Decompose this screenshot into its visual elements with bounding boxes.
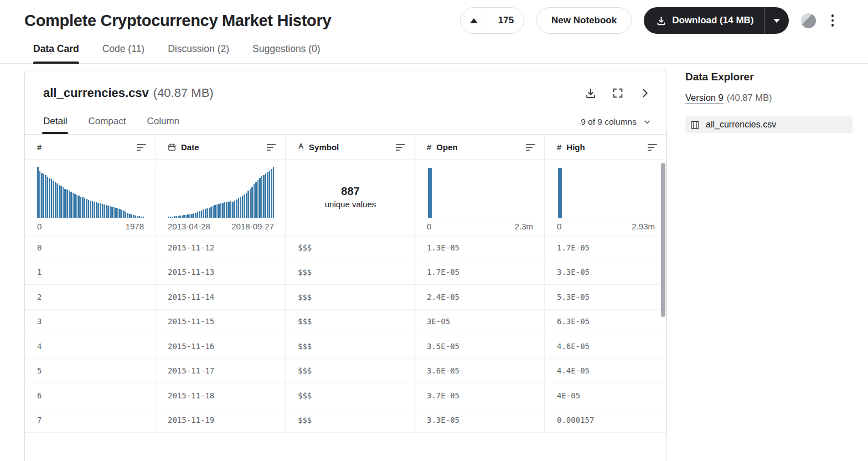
table-cell-index: 6 [25, 383, 156, 408]
string-type-icon: A [298, 143, 304, 151]
table-cell-open: 2.4E-05 [415, 285, 545, 309]
sort-icon[interactable] [137, 144, 146, 151]
sort-icon[interactable] [267, 144, 276, 151]
card-header: all_currencies.csv(40.87 MB) [25, 70, 666, 100]
axis-max-label: 2.93m [632, 222, 655, 231]
column-label: Date [181, 142, 199, 152]
tab-data-card[interactable]: Data Card [33, 43, 79, 63]
table-cell-index: 1 [25, 260, 156, 285]
table-body: 02015-11-12$$$1.3E-051.7E-0512015-11-13$… [25, 235, 666, 433]
main-content: all_currencies.csv(40.87 MB) [0, 70, 868, 461]
tab-discussion[interactable]: Discussion (2) [168, 43, 229, 63]
histogram-plot [37, 167, 144, 218]
histogram-open: 02.3m [415, 160, 545, 235]
table-cell-date: 2015-11-17 [156, 359, 286, 383]
file-name: all_currencies.csv [43, 86, 149, 100]
axis-max-label: 1978 [126, 222, 144, 231]
table-cell-date: 2015-11-14 [156, 285, 286, 309]
table-cell-index: 4 [25, 334, 156, 358]
tab-code[interactable]: Code (11) [102, 43, 145, 63]
table-row: 52015-11-17$$$3.6E-054.4E-05 [25, 359, 666, 384]
user-avatar[interactable] [801, 13, 816, 28]
table-cell-symbol: $$$ [286, 285, 415, 309]
column-header-high[interactable]: #High [545, 135, 666, 160]
download-options-button[interactable] [764, 7, 789, 34]
upvote-widget: 175 [460, 7, 524, 34]
tab-suggestions[interactable]: Suggestions (0) [252, 43, 321, 63]
table-cell-symbol: $$$ [286, 359, 415, 383]
axis-min-label: 2013-04-28 [168, 222, 210, 231]
table-cell-date: 2015-11-18 [156, 383, 286, 408]
table-row: 72015-11-19$$$3.3E-050.000157 [25, 408, 666, 433]
histogram-axis-labels: 2013-04-282018-09-27 [168, 222, 274, 231]
table-cell-high: 0.000157 [545, 408, 666, 433]
view-tab-column[interactable]: Column [147, 116, 180, 134]
axis-min-label: 0 [557, 222, 561, 231]
table-cell-high: 1.7E-05 [545, 235, 666, 260]
card-header-icons [585, 87, 651, 99]
axis-min-label: 0 [427, 222, 431, 231]
chevron-right-icon[interactable] [639, 87, 651, 99]
table-cell-symbol: $$$ [286, 310, 415, 334]
unique-values-stat: 887unique values [298, 167, 403, 235]
column-header-date[interactable]: Date [156, 135, 286, 160]
column-label: Symbol [309, 142, 339, 152]
histogram-plot [557, 167, 655, 218]
table-cell-open: 3.7E-05 [415, 383, 545, 408]
vertical-scrollbar[interactable] [661, 163, 665, 317]
table-cell-high: 4E-05 [545, 383, 666, 408]
version-link[interactable]: Version 9 [685, 93, 724, 103]
page-tabs: Data Card Code (11) Discussion (2) Sugge… [0, 43, 868, 64]
table-cell-open: 1.3E-05 [415, 235, 545, 260]
upvote-arrow-icon [470, 18, 478, 23]
table-cell-high: 4.6E-05 [545, 334, 666, 358]
sidebar-file-item[interactable]: all_currencies.csv [685, 116, 852, 133]
table-cell-index: 5 [25, 359, 156, 383]
caret-down-icon [773, 19, 780, 23]
sort-icon[interactable] [648, 144, 657, 151]
histogram-axis-labels: 02.3m [427, 222, 533, 231]
sort-icon[interactable] [396, 144, 405, 151]
table-cell-date: 2015-11-15 [156, 310, 286, 334]
histogram-plot [427, 167, 533, 218]
column-header-index[interactable]: # [25, 135, 156, 160]
file-size: (40.87 MB) [153, 86, 214, 100]
upvote-count[interactable]: 175 [488, 15, 524, 26]
sidebar-title: Data Explorer [685, 71, 852, 83]
histogram-high: 02.93m [545, 160, 666, 235]
histogram-axis-labels: 01978 [37, 222, 144, 231]
numeric-type-icon: # [557, 142, 561, 152]
download-file-icon[interactable] [585, 87, 597, 99]
column-header-open[interactable]: #Open [415, 135, 545, 160]
histogram-row: 019782013-04-282018-09-27887unique value… [25, 160, 666, 235]
more-options-button[interactable] [828, 12, 838, 29]
sort-icon[interactable] [526, 144, 535, 151]
columns-selector[interactable]: 9 of 9 columns [581, 117, 651, 134]
data-table: #DateASymbol#Open#High 019782013-04-2820… [25, 134, 666, 433]
fullscreen-icon[interactable] [612, 87, 624, 99]
version-size: (40.87 MB) [727, 93, 772, 103]
upvote-button[interactable] [461, 8, 488, 33]
view-tabs: Detail Compact Column 9 of 9 columns [25, 116, 666, 134]
new-notebook-button[interactable]: New Notebook [536, 7, 632, 34]
axis-max-label: 2.3m [515, 222, 533, 231]
header-actions: 175 New Notebook Download (14 MB) [460, 7, 837, 34]
table-cell-open: 1.7E-05 [415, 260, 545, 285]
calendar-icon [168, 143, 176, 151]
table-cell-open: 3.6E-05 [415, 359, 545, 383]
table-columns-icon [690, 121, 700, 129]
column-header-symbol[interactable]: ASymbol [286, 135, 415, 160]
view-tab-compact[interactable]: Compact [88, 116, 126, 134]
view-tab-detail[interactable]: Detail [43, 116, 67, 134]
unique-count: 887 [341, 185, 359, 198]
data-preview-card: all_currencies.csv(40.87 MB) [24, 70, 667, 461]
download-button[interactable]: Download (14 MB) [644, 7, 763, 34]
unique-caption: unique values [325, 199, 376, 209]
histogram-date: 2013-04-282018-09-27 [156, 160, 286, 235]
table-cell-open: 3.5E-05 [415, 334, 545, 358]
table-row: 62015-11-18$$$3.7E-054E-05 [25, 383, 666, 408]
table-cell-symbol: $$$ [286, 383, 415, 408]
numeric-type-icon: # [37, 142, 42, 152]
table-cell-date: 2015-11-12 [156, 235, 286, 260]
table-row: 42015-11-16$$$3.5E-054.6E-05 [25, 334, 666, 359]
